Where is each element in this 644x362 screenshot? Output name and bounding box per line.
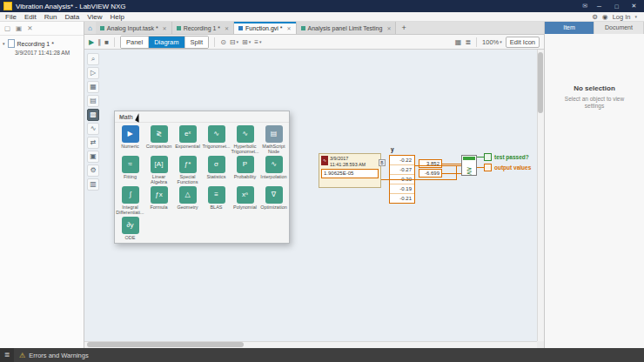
panel-mode-button[interactable]: Panel [121,37,149,48]
menu-help[interactable]: Help [110,13,124,21]
array-cell[interactable]: -0.21 [390,194,414,203]
close-icon[interactable]: ✕ [386,25,391,31]
close-icon[interactable]: ✕ [225,25,229,31]
arrange-dropdown[interactable]: ≡ ▾ [254,38,261,46]
dt-value-field[interactable]: 1.90625E-05 [321,169,379,178]
menu-run[interactable]: Run [44,13,57,21]
wire[interactable] [442,164,461,164]
expander-icon[interactable]: ▾ [3,41,5,46]
palette-item-trigonometric[interactable]: ∿Trigonomet... [202,125,231,154]
close-icon[interactable]: ✕ [287,25,292,31]
lower-limit-constant[interactable]: -6.699 [419,169,442,178]
new-tab-button[interactable]: + [396,23,411,32]
palette-waveform-icon[interactable]: ∿ [87,123,99,135]
palette-programming-icon[interactable]: ▷ [87,67,99,79]
waveform-data-node[interactable]: ∿ 3/9/2017 11:41:28.593 AM 1.90625E-05 [319,153,381,188]
palette-item-statistics[interactable]: σStatistics [202,156,231,184]
align-dropdown[interactable]: ⊟ ▾ [230,38,238,46]
wire[interactable] [477,167,484,168]
menu-view[interactable]: View [87,13,102,21]
timestamp-time: 11:41:28.593 AM [330,162,366,168]
split-mode-button[interactable]: Split [185,37,209,48]
menu-file[interactable]: File [5,13,17,21]
palette-item-linear-algebra[interactable]: [A]Linear Algebra [144,156,173,184]
tree-item-timestamp[interactable]: 3/9/2017 11:41:28 AM [0,49,84,56]
palette-item-special-functions[interactable]: ƒ*Special Functions [173,156,202,184]
array-cell[interactable]: -0.27 [390,165,414,175]
tab-analog-input-task[interactable]: Analog Input.task * ✕ [96,22,172,34]
panel-toggle-icon[interactable]: ≣ [0,348,14,362]
wire[interactable] [415,165,461,166]
tab-label: Analysis panel Limit Testing [308,25,383,31]
navigation-home-icon[interactable]: ⌂ [84,24,96,32]
run-button[interactable]: ▶ [89,38,94,46]
wire[interactable] [442,173,461,174]
palette-data-icon[interactable]: ▦ [87,81,99,93]
palette-item-probability[interactable]: PProbability [231,156,259,184]
palette-capture-icon[interactable]: ▥ [87,178,99,191]
palette-item-mathscript[interactable]: ▤MathScript Node [259,125,288,154]
vertical-scrollbar-thumb[interactable] [538,52,543,113]
new-file-icon[interactable]: ▢ [4,24,10,32]
collapse-palette-icon[interactable]: « [119,113,123,121]
delete-icon[interactable]: ✕ [27,24,32,32]
palette-search-icon[interactable]: ⌕ [87,53,99,65]
boolean-wire[interactable] [477,157,484,158]
palette-analysis-icon[interactable]: ▣ [87,151,99,163]
pause-button[interactable]: ∥ [97,38,101,46]
palette-array-icon[interactable]: ▤ [87,95,99,107]
palette-item-blas[interactable]: ≡BLAS [202,186,231,215]
palette-item-geometry[interactable]: △Geometry [173,186,202,215]
maximize-button[interactable]: □ [611,3,622,10]
array-cell[interactable]: -0.22 [390,156,414,165]
palette-item-hyperbolic[interactable]: ∿Hyperbolic Trigonomet... [231,125,259,154]
palette-item-ode[interactable]: ∂yODE [116,217,144,245]
errors-warnings-button[interactable]: Errors and Warnings [29,352,89,359]
tab-item[interactable]: Item [545,22,594,34]
minimize-button[interactable]: ─ [594,3,605,10]
feedback-icon[interactable]: ✉ [582,3,587,10]
list-toggle-icon[interactable]: ≣ [465,38,471,46]
close-button[interactable]: ✕ [628,3,640,10]
magnet-snap-icon[interactable]: ⊙ [220,38,226,46]
tab-document[interactable]: Document [594,22,644,34]
block-diagram-canvas[interactable]: ⌕ ▷ ▦ ▤ ▩ ∿ ⇄ ▣ ⚙ ▥ Math « ▶Numeric ≷Com… [84,50,537,341]
abort-button[interactable]: ■ [104,38,109,46]
palette-item-polynomial[interactable]: xⁿPolynomial [231,186,259,215]
palette-math-icon[interactable]: ▩ [87,109,99,121]
close-icon[interactable]: ✕ [163,25,167,31]
palette-item-integral[interactable]: ∫Integral Differentiati... [116,186,144,215]
palette-item-formula[interactable]: ƒxFormula [144,186,173,215]
login-button[interactable]: Log In [613,13,631,21]
open-icon[interactable]: ▣ [16,24,22,32]
palette-item-exponential[interactable]: eˣExponential [173,125,202,154]
tab-function-gvi[interactable]: Function.gvi * ✕ [234,22,296,34]
zoom-dropdown[interactable]: 100% ▾ [482,38,502,46]
tab-recording-1[interactable]: Recording 1 * ✕ [172,22,234,34]
array-cell[interactable]: -0.19 [390,184,414,194]
palette-item-comparison[interactable]: ≷Comparison [144,125,173,154]
horizontal-scrollbar-thumb[interactable] [87,342,244,347]
limit-test-node[interactable]: ⋛ [461,155,477,176]
upper-limit-constant[interactable]: 3.852 [419,159,442,168]
distribute-dropdown[interactable]: ⊞ ▾ [242,38,251,46]
palette-item-interpolation[interactable]: ∿Interpolation [259,156,288,184]
palette-item-numeric[interactable]: ▶Numeric [116,125,144,154]
wire[interactable] [381,179,456,180]
tree-item-recording[interactable]: ▾ Recording 1 * [0,38,84,49]
array-index-badge[interactable]: B [379,159,386,166]
menu-edit[interactable]: Edit [24,13,37,21]
settings-icon[interactable]: ⚙ [592,13,598,21]
numeric-output-terminal[interactable] [484,164,492,171]
palette-item-optimization[interactable]: ∇Optimization [259,186,288,215]
palette-io-icon[interactable]: ⇄ [87,137,99,149]
palette-settings-icon[interactable]: ⚙ [87,164,99,177]
login-caret-icon[interactable]: ▾ [634,14,637,19]
edit-icon-button[interactable]: Edit Icon [506,37,540,48]
menu-data[interactable]: Data [64,13,79,21]
grid-toggle-icon[interactable]: ▦ [455,38,462,46]
palette-item-fitting[interactable]: ≈Fitting [116,156,144,184]
tab-analysis-panel[interactable]: Analysis panel Limit Testing ✕ [297,22,397,34]
diagram-mode-button[interactable]: Diagram [149,37,184,48]
boolean-output-terminal[interactable] [484,153,492,161]
